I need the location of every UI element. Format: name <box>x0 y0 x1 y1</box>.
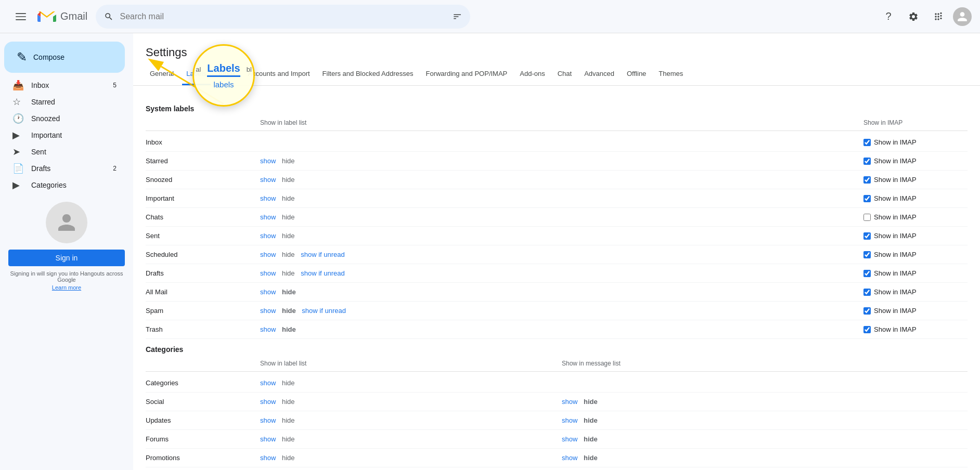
imap-checkbox[interactable] <box>863 158 871 165</box>
imap-cell[interactable]: Show in IMAP <box>863 269 968 277</box>
show-link[interactable]: show <box>260 269 276 277</box>
show-hide-cell[interactable]: show hide <box>260 454 562 462</box>
msg-list-cell[interactable]: show hide <box>562 398 863 406</box>
show-hide-cell[interactable]: show hide <box>260 325 562 333</box>
tab-forwarding[interactable]: Forwarding and POP/IMAP <box>421 63 511 85</box>
show-hide-cell[interactable]: show hide <box>260 398 562 406</box>
show-link[interactable]: show <box>260 157 276 165</box>
msg-list-cell[interactable]: show hide <box>562 454 863 462</box>
hide-text: hide <box>282 435 295 443</box>
imap-label: Show in IMAP <box>874 288 917 296</box>
table-row: Sent show hide Show in IMAP <box>146 227 968 245</box>
show-if-unread-link[interactable]: show if unread <box>302 307 346 315</box>
inbox-count: 5 <box>113 82 117 89</box>
avatar[interactable] <box>953 7 972 26</box>
menu-icon[interactable] <box>8 4 33 29</box>
search-bar[interactable] <box>96 5 470 29</box>
imap-cell[interactable]: Show in IMAP <box>863 176 968 184</box>
show-link[interactable]: show <box>260 232 276 240</box>
compose-button[interactable]: ✎ Compose <box>4 42 125 73</box>
imap-cell[interactable]: Show in IMAP <box>863 307 968 315</box>
show-hide-cell[interactable]: show hide <box>260 288 562 296</box>
show-hide-cell[interactable]: show hide <box>260 194 562 202</box>
tab-filters[interactable]: Filters and Blocked Addresses <box>318 63 418 85</box>
tab-offline[interactable]: Offline <box>623 63 650 85</box>
profile-icon <box>56 212 77 233</box>
tab-chat[interactable]: Chat <box>553 63 576 85</box>
tab-addons[interactable]: Add-ons <box>515 63 549 85</box>
imap-checkbox[interactable] <box>863 326 871 333</box>
show-link[interactable]: show <box>562 416 577 424</box>
imap-checkbox[interactable] <box>863 176 871 184</box>
apps-button[interactable] <box>928 6 949 27</box>
show-hide-cell[interactable]: show hide <box>260 416 562 424</box>
show-hide-cell[interactable]: show hide <box>260 157 562 165</box>
show-if-unread-link[interactable]: show if unread <box>301 251 345 258</box>
sidebar-item-sent[interactable]: ➤ Sent <box>0 143 125 160</box>
imap-checkbox[interactable] <box>863 289 871 296</box>
show-link[interactable]: show <box>260 213 276 221</box>
settings-button[interactable] <box>903 6 924 27</box>
tab-advanced[interactable]: Advanced <box>580 63 618 85</box>
imap-cell[interactable]: Show in IMAP <box>863 194 968 202</box>
show-link[interactable]: show <box>260 398 276 406</box>
show-link[interactable]: show <box>260 307 276 315</box>
imap-checkbox[interactable] <box>863 214 871 221</box>
show-link[interactable]: show <box>260 251 276 258</box>
show-hide-cell[interactable]: show hide <box>260 213 562 221</box>
show-if-unread-link[interactable]: show if unread <box>301 269 345 277</box>
imap-cell[interactable]: Show in IMAP <box>863 288 968 296</box>
msg-list-cell[interactable]: show hide <box>562 435 863 443</box>
imap-checkbox[interactable] <box>863 139 871 146</box>
imap-cell[interactable]: Show in IMAP <box>863 232 968 240</box>
show-link[interactable]: show <box>562 454 577 462</box>
imap-cell[interactable]: Show in IMAP <box>863 325 968 333</box>
sidebar-item-starred[interactable]: ☆ Starred <box>0 94 125 110</box>
sidebar-item-inbox[interactable]: 📥 Inbox 5 <box>0 77 125 94</box>
imap-cell[interactable]: Show in IMAP <box>863 213 968 221</box>
imap-checkbox[interactable] <box>863 270 871 277</box>
search-filter-icon[interactable] <box>453 11 462 22</box>
imap-checkbox[interactable] <box>863 251 871 258</box>
show-link[interactable]: show <box>260 176 276 184</box>
show-link[interactable]: show <box>260 288 276 296</box>
label-name: Updates <box>146 416 260 424</box>
imap-checkbox[interactable] <box>863 307 871 315</box>
label-name: Starred <box>146 157 260 165</box>
support-button[interactable]: ? <box>878 6 899 27</box>
show-hide-cell[interactable]: show hide <box>260 379 562 387</box>
show-hide-cell[interactable]: show hide show if unread <box>260 251 562 258</box>
tab-themes[interactable]: Themes <box>654 63 687 85</box>
sidebar-item-important[interactable]: ▶ Important <box>0 127 125 143</box>
show-link[interactable]: show <box>260 194 276 202</box>
show-link[interactable]: show <box>260 379 276 387</box>
sign-in-button[interactable]: Sign in <box>8 250 125 266</box>
imap-cell[interactable]: Show in IMAP <box>863 251 968 258</box>
hide-text: hide <box>282 194 295 202</box>
learn-more-link[interactable]: Learn more <box>52 284 81 291</box>
sidebar-item-drafts[interactable]: 📄 Drafts 2 <box>0 160 125 177</box>
imap-cell[interactable]: Show in IMAP <box>863 138 968 146</box>
hide-text: hide <box>282 325 296 333</box>
show-link[interactable]: show <box>260 325 276 333</box>
show-hide-cell[interactable]: show hide show if unread <box>260 307 562 315</box>
show-hide-cell[interactable]: show hide show if unread <box>260 269 562 277</box>
sidebar-item-categories[interactable]: ▶ Categories <box>0 177 125 193</box>
imap-checkbox[interactable] <box>863 232 871 240</box>
show-hide-cell[interactable]: show hide <box>260 176 562 184</box>
show-hide-cell[interactable]: show hide <box>260 435 562 443</box>
search-input[interactable] <box>120 12 446 21</box>
show-link[interactable]: show <box>562 435 577 443</box>
drafts-icon: 📄 <box>12 163 23 174</box>
sidebar-item-snoozed[interactable]: 🕐 Snoozed <box>0 110 125 127</box>
msg-list-cell[interactable]: show hide <box>562 416 863 424</box>
tab-general[interactable]: General <box>146 63 178 85</box>
show-link[interactable]: show <box>260 454 276 462</box>
show-link[interactable]: show <box>260 416 276 424</box>
show-link[interactable]: show <box>562 398 577 406</box>
imap-checkbox[interactable] <box>863 195 871 202</box>
show-hide-cell[interactable]: show hide <box>260 232 562 240</box>
label-name: Important <box>146 194 260 202</box>
imap-cell[interactable]: Show in IMAP <box>863 157 968 165</box>
show-link[interactable]: show <box>260 435 276 443</box>
